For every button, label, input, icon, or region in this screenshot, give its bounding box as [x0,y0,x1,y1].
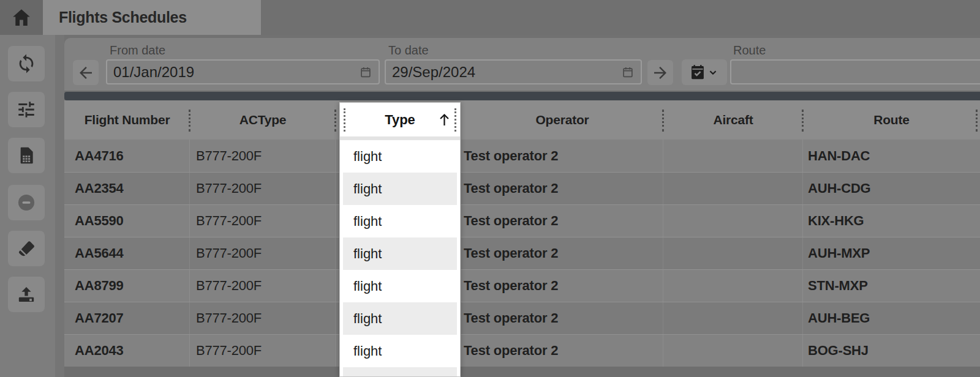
to-date-value: 29/Sep/2024 [392,64,621,81]
sort-ascending-icon[interactable] [436,111,453,128]
remove-circle-icon [16,192,37,213]
cell-operator[interactable]: Test operator 2 [461,237,663,269]
previous-range-button[interactable] [73,60,99,85]
cell-flight-number[interactable]: AA5590 [64,205,190,237]
route-input[interactable] [730,59,980,84]
popup-cell-type[interactable]: flight [340,237,460,270]
cell-aircaft[interactable] [663,335,803,367]
cell-route[interactable]: AUH-MXP [803,237,980,269]
eraser-icon [16,238,37,259]
popup-cell-type[interactable]: flight [340,302,460,335]
upload-icon [16,284,37,305]
tune-button[interactable] [8,92,45,127]
popup-cell-type[interactable] [340,367,460,377]
cell-aircaft[interactable] [663,270,803,302]
cell-actype[interactable]: B777-200F [190,335,336,367]
cell-route[interactable]: HAN-DAC [803,140,980,172]
cell-route[interactable]: KIX-HKG [803,205,980,237]
table-row[interactable]: AA8799 B777-200F Test operator 2 STN-MXP [64,269,980,302]
calendar-icon[interactable] [621,65,635,79]
flights-table: Flight Number ACType Operator Aircaft Ro… [64,100,980,367]
popup-cell-type[interactable]: flight [340,205,460,237]
cell-actype[interactable]: B777-200F [190,140,336,172]
cell-operator[interactable]: Test operator 2 [461,173,663,204]
cell-aircaft[interactable] [663,237,803,269]
table-row[interactable]: AA5644 B777-200F Test operator 2 AUH-MXP [64,237,980,269]
cell-actype[interactable]: B777-200F [190,173,336,204]
cell-flight-number[interactable]: AA5644 [64,237,190,269]
table-divider-strip [64,92,980,100]
table-row[interactable]: AA4716 B777-200F Test operator 2 HAN-DAC [64,140,980,172]
report-button[interactable] [8,138,45,173]
popup-header-label: Type [385,112,415,128]
top-bar: Flights Schedules [0,0,980,35]
cell-route[interactable]: STN-MXP [803,270,980,302]
cell-route[interactable]: BOG-SHJ [803,335,980,367]
table-row[interactable]: AA2043 B777-200F Test operator 2 BOG-SHJ [64,334,980,367]
popup-body: flightflightflightflightflightflightflig… [340,140,460,377]
cell-aircaft[interactable] [663,302,803,334]
from-date-input[interactable]: 01/Jan/2019 [106,59,380,84]
cell-aircaft[interactable] [663,205,803,237]
column-header-actype[interactable]: ACType [190,100,336,140]
home-button[interactable] [0,0,43,35]
home-icon [10,7,32,29]
table-body: AA4716 B777-200F Test operator 2 HAN-DAC… [64,140,980,367]
eraser-button[interactable] [8,231,45,266]
cell-route[interactable]: AUH-BEG [803,302,980,334]
cell-operator[interactable]: Test operator 2 [461,205,663,237]
date-mode-dropdown-button[interactable] [682,59,727,85]
column-header-operator[interactable]: Operator [461,100,663,140]
popup-cell-type[interactable]: flight [340,140,460,173]
popup-cell-type[interactable]: flight [340,173,460,205]
cell-aircaft[interactable] [663,173,803,204]
calendar-check-icon [689,64,706,81]
table-row[interactable]: AA2354 B777-200F Test operator 2 AUH-CDG [64,172,980,204]
filter-panel: From date 01/Jan/2019 To date 29/Sep/202… [64,38,980,91]
cell-operator[interactable]: Test operator 2 [461,270,663,302]
cell-flight-number[interactable]: AA2354 [64,173,190,204]
from-date-label: From date [110,43,165,58]
tab-flights-schedules[interactable]: Flights Schedules [43,0,261,35]
cell-operator[interactable]: Test operator 2 [461,302,663,334]
table-row[interactable]: AA5590 B777-200F Test operator 2 KIX-HKG [64,204,980,237]
calendar-icon[interactable] [359,65,372,79]
report-icon [17,146,36,165]
cell-flight-number[interactable]: AA2043 [64,335,190,367]
popup-cell-type[interactable]: flight [340,335,460,367]
cell-actype[interactable]: B777-200F [190,270,336,302]
type-column-popup: Type flightflightflightflightflightfligh… [339,102,461,377]
column-header-aircaft[interactable]: Aircaft [663,100,803,140]
cell-actype[interactable]: B777-200F [190,237,336,269]
cell-operator[interactable]: Test operator 2 [461,140,663,172]
table-header-row: Flight Number ACType Operator Aircaft Ro… [64,100,980,140]
refresh-button[interactable] [8,46,45,81]
table-bottom-band [64,367,980,377]
chevron-down-icon [706,65,720,79]
from-date-value: 01/Jan/2019 [113,64,359,81]
table-row[interactable]: AA7207 B777-200F Test operator 2 AUH-BEG [64,302,980,334]
tab-title: Flights Schedules [59,9,187,26]
cell-actype[interactable]: B777-200F [190,302,336,334]
popup-cell-type[interactable]: flight [340,270,460,302]
cell-flight-number[interactable]: AA4716 [64,140,190,172]
cell-operator[interactable]: Test operator 2 [461,335,663,367]
cell-aircaft[interactable] [663,140,803,172]
to-date-label: To date [388,43,429,58]
cell-route[interactable]: AUH-CDG [803,173,980,204]
arrow-left-icon [77,64,95,82]
next-range-button[interactable] [647,60,673,85]
to-date-input[interactable]: 29/Sep/2024 [385,59,642,84]
cell-actype[interactable]: B777-200F [190,205,336,237]
popup-header-type[interactable]: Type [340,103,460,136]
arrow-right-icon [651,64,669,82]
sidebar [0,35,55,377]
cell-flight-number[interactable]: AA8799 [64,270,190,302]
column-header-flight-number[interactable]: Flight Number [64,100,190,140]
route-label: Route [733,43,766,58]
upload-button[interactable] [8,277,45,312]
column-header-route[interactable]: Route [803,100,980,140]
remove-button[interactable] [8,185,45,220]
cell-flight-number[interactable]: AA7207 [64,302,190,334]
tune-icon [16,99,37,120]
